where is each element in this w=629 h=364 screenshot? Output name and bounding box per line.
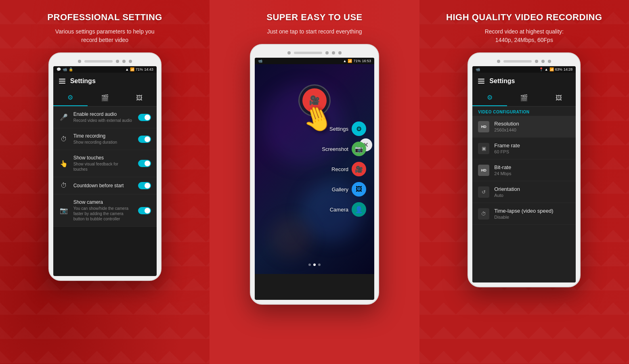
menu-label-screenshot: Screenshot bbox=[322, 146, 348, 152]
toggle-countdown[interactable] bbox=[138, 182, 151, 189]
menu-btn-camera[interactable]: 👤 bbox=[352, 202, 366, 217]
config-framerate[interactable]: ▣ Frame rate 60 FPS bbox=[472, 138, 576, 159]
phone-speaker-left bbox=[84, 60, 113, 63]
menu-btn-screenshot[interactable]: 📷 bbox=[352, 142, 366, 156]
setting-countdown: ⏱ Countdown before start bbox=[53, 177, 157, 195]
rec-icon-status: 📹 bbox=[258, 59, 262, 63]
menu-btn-settings[interactable]: ⚙ bbox=[352, 121, 366, 136]
config-timelapse-text: Time-lapse (video speed) Disable bbox=[494, 208, 570, 220]
config-orientation-value: Auto bbox=[494, 193, 570, 198]
setting-audio-text: Enable record audio Record video with ex… bbox=[73, 111, 133, 123]
tab-general-right[interactable]: ⚙ bbox=[472, 90, 507, 106]
tab-general[interactable]: ⚙ bbox=[53, 90, 88, 106]
config-orientation[interactable]: ↺ Orientation Auto bbox=[472, 181, 576, 203]
dot-1 bbox=[308, 264, 311, 266]
config-bitrate[interactable]: HD Bit-rate 24 Mbps bbox=[472, 159, 576, 181]
phone-top-bar-left bbox=[53, 57, 157, 66]
battery-left: 71% bbox=[136, 67, 143, 71]
hd-icon-bitrate: HD bbox=[478, 165, 489, 176]
status-bar-right-panel: 📹 📍 ▲ 📶 63% 14:28 bbox=[472, 66, 576, 73]
settings-tabs-left: ⚙ 🎬 🖼 bbox=[53, 90, 157, 107]
tab-image-right[interactable]: 🖼 bbox=[541, 90, 576, 106]
menu-item-settings: Settings ⚙ bbox=[322, 121, 366, 136]
panel-title-quality: HIGH QUALITY VIDEO RECORDING bbox=[446, 12, 602, 23]
panel-subtitle-easy: Just one tap to start record everything bbox=[267, 27, 362, 36]
setting-time: ⏱ Time recording Show recording duration bbox=[53, 128, 157, 150]
hamburger-icon-right[interactable] bbox=[478, 79, 484, 84]
tab-video-right[interactable]: 🎬 bbox=[507, 90, 541, 106]
menu-label-record: Record bbox=[331, 166, 348, 172]
record-screen: 🎥 🤚 ✕ Settings ⚙ Screenshot bbox=[255, 64, 374, 274]
config-bitrate-value: 24 Mbps bbox=[494, 171, 570, 176]
config-framerate-title: Frame rate bbox=[494, 142, 570, 149]
lock-icon: 🔒 bbox=[69, 67, 73, 71]
phone-dot3-left bbox=[129, 60, 132, 63]
video-config-screen: Settings ⚙ 🎬 🖼 VIDEO CONFIGURATION HD Re… bbox=[472, 73, 576, 282]
config-timelapse[interactable]: ⏱ Time-lapse (video speed) Disable bbox=[472, 203, 576, 225]
toggle-touches[interactable] bbox=[138, 160, 151, 167]
clock-icon: ⏱ bbox=[59, 136, 69, 143]
tab-video[interactable]: 🎬 bbox=[88, 90, 122, 106]
setting-camera-title: Show camera bbox=[73, 199, 133, 205]
panel-subtitle-professional: Various settings parameters to help your… bbox=[55, 27, 155, 44]
setting-touches-subtitle: Show visual feedback for touches bbox=[73, 161, 133, 172]
phone-speaker-right bbox=[503, 60, 532, 63]
setting-camera-subtitle: You can show/hide the camera faster by a… bbox=[73, 206, 133, 222]
battery-right: 63% bbox=[555, 67, 562, 71]
dot-3 bbox=[318, 264, 321, 266]
toggle-audio[interactable] bbox=[138, 114, 151, 121]
phone-dot1-middle bbox=[325, 51, 329, 54]
config-orientation-title: Orientation bbox=[494, 186, 570, 192]
menu-btn-gallery[interactable]: 🖼 bbox=[352, 182, 366, 197]
phone-dot1-right bbox=[535, 60, 538, 63]
config-resolution-value: 2560x1440 bbox=[494, 128, 570, 132]
config-resolution[interactable]: HD Resolution 2560x1440 bbox=[472, 116, 576, 138]
menu-item-screenshot: Screenshot 📷 bbox=[322, 142, 366, 156]
phone-top-bar-middle bbox=[255, 49, 374, 58]
hd-icon-resolution: HD bbox=[478, 121, 489, 132]
time-middle: 16:53 bbox=[362, 59, 371, 63]
setting-time-text: Time recording Show recording duration bbox=[73, 133, 133, 145]
settings-title-right: Settings bbox=[489, 77, 515, 85]
setting-camera-text: Show camera You can show/hide the camera… bbox=[73, 199, 133, 222]
phone-screen-middle: 📹 ▲ 📶 71% 16:53 bbox=[255, 58, 374, 300]
status-right-middle: ▲ 📶 71% 16:53 bbox=[343, 59, 371, 63]
phone-screen-right: 📹 📍 ▲ 📶 63% 14:28 Sett bbox=[472, 66, 576, 282]
config-resolution-title: Resolution bbox=[494, 121, 570, 127]
phone-dot2-right bbox=[541, 60, 545, 63]
config-timelapse-title: Time-lapse (video speed) bbox=[494, 208, 570, 214]
setting-touches-title: Show touches bbox=[73, 155, 133, 161]
setting-audio-title: Enable record audio bbox=[73, 111, 133, 117]
phone-mockup-left: 💬 📹 🔒 ▲ 📶 71% 14:43 bbox=[48, 52, 161, 281]
settings-header-left: Settings bbox=[53, 73, 157, 90]
menu-items-list: Settings ⚙ Screenshot 📷 Record 🎥 Gal bbox=[322, 121, 366, 217]
settings-tabs-right: ⚙ 🎬 🖼 bbox=[472, 90, 576, 107]
panel-easy: SUPER EASY TO USE Just one tap to start … bbox=[210, 0, 419, 364]
menu-btn-record[interactable]: 🎥 bbox=[352, 162, 366, 176]
signal-icon-left: 📶 bbox=[130, 67, 134, 71]
config-orientation-text: Orientation Auto bbox=[494, 186, 570, 198]
setting-audio-subtitle: Record video with external audio bbox=[73, 118, 133, 123]
toggle-time[interactable] bbox=[138, 136, 151, 143]
toggle-camera[interactable] bbox=[138, 207, 151, 214]
menu-item-record: Record 🎥 bbox=[322, 162, 366, 176]
signal-icon-middle: 📶 bbox=[348, 59, 352, 63]
phone-camera-middle bbox=[287, 51, 291, 54]
menu-label-camera: Camera bbox=[330, 207, 348, 213]
status-right-right: 📍 ▲ 📶 63% 14:28 bbox=[539, 67, 572, 71]
battery-middle: 71% bbox=[353, 59, 361, 63]
settings-screen-left: Settings ⚙ 🎬 🖼 🎤 Enable record audio Rec… bbox=[53, 73, 157, 227]
panel-subtitle-quality: Record video at highest quality:1440p, 2… bbox=[485, 27, 564, 44]
phone-screen-left: 💬 📹 🔒 ▲ 📶 71% 14:43 bbox=[53, 66, 157, 276]
status-bar-middle: 📹 ▲ 📶 71% 16:53 bbox=[255, 58, 374, 64]
hamburger-icon-left[interactable] bbox=[59, 79, 65, 84]
loc-icon: 📍 bbox=[539, 67, 543, 71]
camera-icon-status: 📹 bbox=[63, 67, 67, 71]
phone-camera-right bbox=[497, 60, 500, 63]
phone-dot3-right bbox=[548, 60, 551, 63]
config-bitrate-title: Bit-rate bbox=[494, 164, 570, 170]
phone-top-bar-right bbox=[472, 57, 576, 66]
mic-icon: 🎤 bbox=[59, 113, 69, 121]
phone-dot3-middle bbox=[338, 51, 342, 54]
tab-image[interactable]: 🖼 bbox=[122, 90, 156, 106]
